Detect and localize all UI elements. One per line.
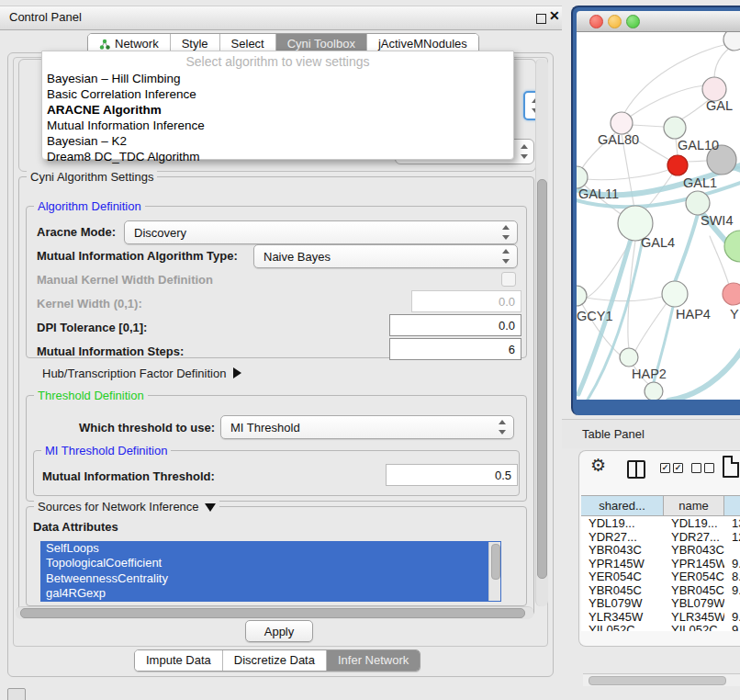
table-row[interactable]: YIL052CYIL052C9. bbox=[581, 623, 740, 631]
node-label-gcy1: GCY1 bbox=[577, 309, 613, 323]
node-green-right[interactable] bbox=[724, 231, 740, 262]
table-panel-title: Table Panel bbox=[582, 427, 645, 441]
table-row[interactable]: YER054CYER054C8. bbox=[581, 570, 740, 583]
bottom-tab-discretize-data[interactable]: Discretize Data bbox=[222, 650, 326, 671]
network-canvas[interactable]: GALGAL80GAL10GAL1GAL11SWI4GAL4GCY1HAP4YH… bbox=[577, 32, 740, 400]
node-gal10[interactable] bbox=[664, 117, 686, 139]
node-gal11[interactable] bbox=[577, 166, 588, 188]
node-swi4[interactable] bbox=[686, 191, 710, 215]
tab-label: jActiveMNodules bbox=[378, 37, 467, 51]
attribute-item-betweennesscentrality[interactable]: BetweennessCentrality bbox=[40, 571, 501, 586]
mi-type-combobox[interactable]: Naive Bayes bbox=[253, 244, 518, 268]
attribute-item-selfloops[interactable]: SelfLoops bbox=[40, 541, 501, 556]
node-node-top-partial[interactable] bbox=[723, 32, 740, 51]
algorithm-definition-title: Algorithm Definition bbox=[34, 199, 145, 213]
control-panel-title: Control Panel bbox=[9, 10, 82, 24]
close-icon[interactable]: ✕ bbox=[549, 8, 560, 23]
dpi-tolerance-field[interactable]: 0.0 bbox=[389, 314, 521, 336]
node-label-salmon-node: Y bbox=[730, 307, 739, 322]
attribute-item-gal4rgexp[interactable]: gal4RGexp bbox=[40, 586, 501, 601]
stepper-icon bbox=[502, 249, 510, 264]
zoom-traffic-light-icon[interactable] bbox=[626, 15, 640, 28]
aracne-mode-combobox[interactable]: Discovery bbox=[124, 220, 518, 244]
table-cell bbox=[724, 543, 740, 557]
scrollbar-thumb[interactable] bbox=[589, 676, 726, 685]
node-hap4[interactable] bbox=[662, 281, 688, 307]
data-attributes-label: Data Attributes bbox=[33, 520, 118, 534]
table-cell: YIL052C bbox=[664, 623, 724, 631]
node-node-bottom-partial[interactable] bbox=[645, 382, 663, 400]
disclosure-expanded-icon[interactable] bbox=[205, 503, 216, 512]
bottom-tab-impute-data[interactable]: Impute Data bbox=[135, 650, 222, 671]
attributes-scrollbar[interactable] bbox=[488, 542, 500, 601]
algorithm-option-bayesian-hill-climbing[interactable]: Bayesian – Hill Climbing bbox=[47, 72, 181, 85]
scrollbar-thumb[interactable] bbox=[491, 544, 500, 580]
select-all-checkboxes-icon[interactable]: ✓✓ bbox=[660, 463, 683, 473]
algorithm-option-basic-correlation-inference[interactable]: Basic Correlation Inference bbox=[47, 87, 196, 101]
float-window-icon[interactable] bbox=[536, 14, 546, 24]
table-cell: YPR145W bbox=[581, 557, 664, 570]
gear-icon[interactable]: ⚙ bbox=[590, 455, 606, 476]
edge-teal bbox=[675, 214, 698, 282]
which-threshold-combobox[interactable]: MI Threshold bbox=[220, 415, 514, 439]
split-columns-icon[interactable] bbox=[627, 460, 645, 479]
close-traffic-light-icon[interactable] bbox=[589, 15, 603, 28]
table-row[interactable]: YBL079WYBL079W bbox=[581, 596, 740, 610]
mi-steps-field[interactable]: 6 bbox=[389, 338, 521, 360]
node-gcy1[interactable] bbox=[577, 286, 587, 306]
algorithm-option-mutual-information-inference[interactable]: Mutual Information Inference bbox=[47, 119, 205, 132]
table-cell: YDL19... bbox=[664, 516, 724, 530]
table-horizontal-scrollbar[interactable] bbox=[583, 673, 740, 686]
data-attributes-list[interactable]: SelfLoopsTopologicalCoefficientBetweenne… bbox=[40, 541, 501, 602]
table-cell: YDR27... bbox=[581, 530, 664, 544]
algorithm-option-dream8-dc-tdc-algorithm[interactable]: Dream8 DC_TDC Algorithm bbox=[47, 150, 200, 164]
table-row[interactable]: YBR045CYBR045C9. bbox=[581, 583, 740, 597]
scrollbar-thumb[interactable] bbox=[20, 608, 525, 618]
table-row[interactable]: YLR345WYLR345W9. bbox=[581, 610, 740, 624]
disclosure-collapsed-icon[interactable] bbox=[233, 367, 241, 378]
attribute-item-topologicalcoefficient[interactable]: TopologicalCoefficient bbox=[40, 556, 501, 570]
column-header-shared-[interactable]: shared... bbox=[581, 496, 664, 515]
minimize-traffic-light-icon[interactable] bbox=[608, 15, 622, 28]
column-header-name[interactable]: name bbox=[664, 496, 724, 515]
table-cell: YBR043C bbox=[581, 543, 664, 557]
table-header-row: shared...name bbox=[581, 495, 740, 516]
algorithm-option-bayesian-k2[interactable]: Bayesian – K2 bbox=[47, 134, 127, 148]
sources-title[interactable]: Sources for Network Inference bbox=[34, 500, 219, 514]
scrollbar-thumb[interactable] bbox=[537, 179, 547, 579]
node-label-gal1: GAL1 bbox=[683, 175, 717, 190]
algorithm-option-aracne-algorithm[interactable]: ARACNE Algorithm bbox=[47, 103, 162, 117]
table-panel-header: Table Panel bbox=[562, 419, 740, 448]
node-salmon-node[interactable] bbox=[723, 283, 740, 305]
node-gal1[interactable] bbox=[667, 155, 688, 175]
table-cell: YDL19... bbox=[581, 516, 664, 530]
manual-kernel-checkbox[interactable] bbox=[501, 272, 516, 287]
table-row[interactable]: YBR043CYBR043C bbox=[581, 543, 740, 557]
app-root: Control Panel ✕ NetworkStyleSelectCyni T… bbox=[0, 0, 740, 700]
clear-checkboxes-icon[interactable] bbox=[691, 463, 714, 473]
table-row[interactable]: YDL19...YDL19...13 bbox=[581, 516, 740, 530]
table-row[interactable]: YDR27...YDR27...12 bbox=[581, 530, 740, 544]
new-table-icon[interactable] bbox=[723, 456, 739, 478]
dpi-tolerance-label: DPI Tolerance [0,1]: bbox=[37, 321, 147, 334]
node-gal80[interactable] bbox=[611, 112, 633, 134]
which-threshold-value: MI Threshold bbox=[221, 421, 513, 435]
node-label-gal10: GAL10 bbox=[678, 138, 719, 152]
node-hap2[interactable] bbox=[620, 348, 638, 367]
hub-definition-disclosure[interactable]: Hub/Transcription Factor Definition bbox=[42, 367, 241, 380]
bottom-tab-infer-network[interactable]: Infer Network bbox=[326, 650, 420, 671]
tab-label: Select bbox=[231, 37, 264, 51]
mi-threshold-field[interactable]: 0.5 bbox=[386, 464, 518, 486]
table-row[interactable]: YPR145WYPR145W9. bbox=[581, 557, 740, 570]
network-window-titlebar[interactable] bbox=[577, 11, 740, 32]
column-header-partial[interactable] bbox=[724, 496, 740, 515]
minimized-panel-icon[interactable] bbox=[7, 688, 26, 700]
table-cell: 8. bbox=[724, 570, 740, 583]
aracne-mode-value: Discovery bbox=[125, 226, 517, 240]
tab-label: Style bbox=[182, 37, 208, 51]
table-cell: YIL052C bbox=[581, 623, 664, 631]
node-label-gal-top: GAL bbox=[706, 98, 733, 113]
which-threshold-label: Which threshold to use: bbox=[79, 421, 215, 435]
apply-button[interactable]: Apply bbox=[245, 620, 313, 642]
kernel-width-field[interactable]: 0.0 bbox=[411, 290, 521, 312]
